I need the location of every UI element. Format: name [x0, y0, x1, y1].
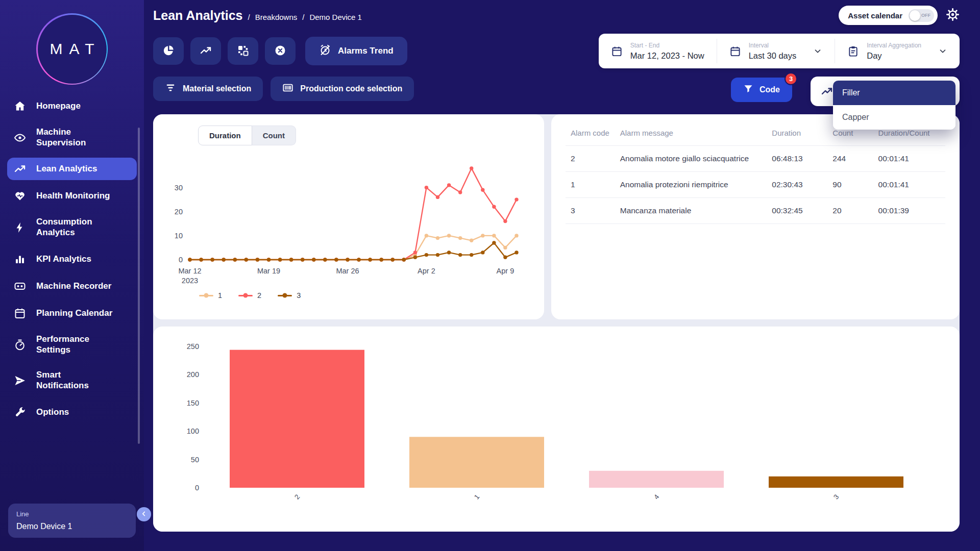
sidebar-item-consumption-analytics[interactable]: Consumption Analytics	[7, 212, 137, 243]
breadcrumb-crumb[interactable]: Demo Device 1	[309, 13, 362, 21]
breadcrumb-separator: /	[302, 13, 304, 21]
settings-gear-button[interactable]	[946, 8, 960, 23]
sidebar-item-planning-calendar[interactable]: Planning Calendar	[7, 302, 137, 324]
legend-label: 3	[297, 291, 301, 299]
toggle-knob	[910, 10, 920, 21]
chevron-down-icon	[813, 46, 822, 56]
duration-count-tabs: Duration Count	[198, 126, 296, 145]
alarm-count-bar-card: 0501001502002502143	[153, 327, 960, 532]
svg-text:Mar 26: Mar 26	[336, 267, 359, 275]
heart-icon	[14, 190, 28, 202]
sidebar-item-label: Homepage	[36, 101, 81, 112]
tab-duration[interactable]: Duration	[198, 126, 252, 145]
matrix-mode-button[interactable]	[228, 37, 258, 65]
legend-label: 2	[257, 291, 261, 299]
svg-text:150: 150	[187, 399, 199, 407]
sidebar: MAT HomepageMachine SupervisionLean Anal…	[0, 0, 144, 551]
dropdown-option-filler[interactable]: Filler	[833, 81, 955, 105]
alarm-table-card: Alarm codeAlarm messageDurationCountDura…	[551, 114, 960, 319]
wrench-icon	[14, 406, 28, 418]
sidebar-item-health-monitoring[interactable]: Health Monitoring	[7, 185, 137, 207]
tab-count[interactable]: Count	[252, 126, 296, 145]
pie-chart-mode-button[interactable]	[153, 37, 184, 65]
sidebar-item-machine-supervision[interactable]: Machine Supervision	[7, 122, 137, 153]
sidebar-item-kpi-analytics[interactable]: KPI Analytics	[7, 248, 137, 270]
sidebar-item-label: Machine Recorder	[36, 281, 111, 292]
bolt-icon	[14, 221, 28, 234]
calendar-icon	[611, 45, 623, 57]
svg-text:3: 3	[832, 493, 840, 500]
column-header: Alarm code	[566, 120, 615, 146]
aggregation-label: Interval Aggregation	[867, 42, 921, 49]
asset-calendar-toggle[interactable]: OFF	[909, 9, 934, 22]
toolbar: Alarms Trend Start - End Mar 12, 2023 - …	[153, 34, 960, 68]
sidebar-collapse-button[interactable]	[137, 507, 151, 521]
app-root: MAT HomepageMachine SupervisionLean Anal…	[0, 0, 980, 551]
legend-swatch	[238, 295, 253, 296]
legend-item[interactable]: 3	[278, 291, 301, 299]
chevron-left-icon	[140, 510, 148, 519]
barcode-icon	[282, 82, 293, 95]
sidebar-item-label: Machine Supervision	[36, 127, 114, 148]
logo-text: MAT	[43, 40, 101, 58]
production-code-selection-button[interactable]: Production code selection	[271, 77, 414, 101]
sidebar-item-label: KPI Analytics	[36, 254, 91, 265]
legend-swatch	[199, 295, 213, 296]
sidebar-item-machine-recorder[interactable]: Machine Recorder	[7, 275, 137, 297]
trend-chart-mode-button[interactable]	[190, 37, 221, 65]
sidebar-item-smart-notifications[interactable]: Smart Notifications	[7, 365, 137, 396]
alarms-trend-button[interactable]: Alarms Trend	[305, 37, 407, 65]
alarm-table: Alarm codeAlarm messageDurationCountDura…	[566, 120, 945, 224]
grid-qr-icon	[237, 44, 249, 58]
breadcrumb-crumb[interactable]: Breakdowns	[255, 13, 298, 21]
sidebar-item-options[interactable]: Options	[7, 401, 137, 423]
send-icon	[14, 374, 28, 387]
table-row[interactable]: 1Anomalia protezioni riempitrice02:30:43…	[566, 172, 945, 198]
brand-logo: MAT	[7, 13, 137, 85]
interval-select[interactable]: Interval Last 30 days	[717, 34, 835, 68]
sidebar-item-label: Planning Calendar	[36, 308, 112, 319]
trend-icon	[821, 85, 833, 97]
cards-panel: Duration Count 0102030Mar 122023Mar 19Ma…	[153, 114, 960, 532]
topbar: Lean Analytics /Breakdowns/Demo Device 1…	[153, 4, 960, 27]
svg-text:Apr 9: Apr 9	[497, 267, 514, 275]
table-row[interactable]: 2Anomalia motore giallo sciacquatrice06:…	[566, 146, 945, 172]
date-range-picker[interactable]: Start - End Mar 12, 2023 - Now	[599, 34, 717, 68]
alarm-count-bar-chart: 0501001502002502143	[166, 335, 944, 516]
recorder-icon	[14, 280, 28, 292]
calendar-icon	[729, 45, 741, 57]
selection-buttons: Material selection Production code selec…	[153, 77, 414, 101]
breadcrumb-crumbs: /Breakdowns/Demo Device 1	[248, 13, 362, 21]
line-selection-control[interactable]: FillerCapper	[811, 77, 960, 106]
svg-text:2: 2	[293, 493, 301, 500]
alarms-trend-line-chart: 0102030Mar 122023Mar 19Mar 26Apr 2Apr 9	[165, 151, 530, 289]
legend-item[interactable]: 1	[199, 291, 222, 299]
svg-text:Apr 2: Apr 2	[418, 267, 435, 275]
sidebar-item-homepage[interactable]: Homepage	[7, 95, 137, 117]
filter-right: Code 3 FillerCapper	[731, 77, 960, 106]
device-selector-card[interactable]: Line Demo Device 1	[8, 504, 136, 538]
logo-ring: MAT	[36, 13, 108, 85]
code-filter-badge: 3	[785, 72, 797, 85]
clipboard-icon	[847, 45, 859, 57]
dropdown-option-capper[interactable]: Capper	[833, 105, 955, 130]
table-row[interactable]: 3Mancanza materiale00:32:452000:01:39	[566, 198, 945, 224]
alarm-table-body: 2Anomalia motore giallo sciacquatrice06:…	[566, 146, 945, 224]
code-filter-button[interactable]: Code 3	[731, 78, 792, 102]
date-controls: Start - End Mar 12, 2023 - Now Interval …	[599, 34, 960, 68]
device-name: Demo Device 1	[16, 522, 128, 531]
bars-icon	[14, 253, 28, 265]
eye-icon	[14, 132, 28, 144]
material-selection-button[interactable]: Material selection	[153, 77, 263, 101]
sidebar-item-lean-analytics[interactable]: Lean Analytics	[7, 158, 137, 180]
aggregation-select[interactable]: Interval Aggregation Day	[835, 34, 960, 68]
funnel-icon	[743, 84, 753, 96]
page-title: Lean Analytics	[153, 8, 243, 23]
main-content: Lean Analytics /Breakdowns/Demo Device 1…	[144, 0, 980, 551]
sidebar-scrollbar[interactable]	[138, 128, 140, 444]
material-filter-icon	[165, 82, 176, 95]
breakdowns-mode-button[interactable]	[265, 37, 296, 65]
sidebar-item-performance-settings[interactable]: Performance Settings	[7, 329, 137, 360]
legend-item[interactable]: 2	[238, 291, 261, 299]
legend-swatch	[278, 295, 292, 296]
